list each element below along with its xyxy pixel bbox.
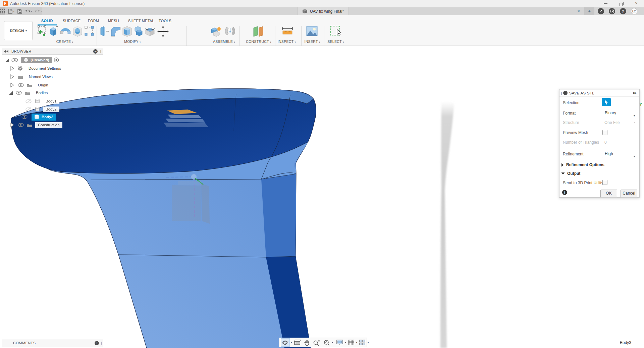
collapsed-caret-icon[interactable] — [10, 74, 14, 79]
close-document-button[interactable]: × — [575, 8, 582, 15]
dialog-header[interactable]: || − SAVE AS STL ▶▶ — [559, 89, 639, 97]
window-close-button[interactable]: × — [629, 0, 644, 7]
window-minimize-button[interactable] — [598, 0, 613, 7]
construct-group-button[interactable]: CONSTRUCT ▾ — [246, 40, 271, 44]
app-launcher-button[interactable] — [0, 7, 5, 15]
tab-solid[interactable]: SOLID — [41, 19, 53, 23]
activity-history-button[interactable] — [609, 8, 615, 14]
visibility-hidden-icon[interactable] — [25, 107, 32, 112]
panel-grip[interactable]: || — [100, 50, 101, 53]
orbit-button[interactable] — [281, 338, 290, 347]
undo-button[interactable]: ▾ — [25, 9, 32, 13]
minimize-panel-icon[interactable]: − — [93, 49, 98, 54]
new-document-tab-button[interactable]: + — [584, 7, 594, 15]
browser-header[interactable]: BROWSER − || — [2, 48, 103, 55]
insert-group-button[interactable]: INSERT ▾ — [305, 40, 320, 44]
create-sketch-button[interactable] — [37, 25, 48, 38]
insert-image-button[interactable] — [306, 25, 318, 38]
browser-row-named-views[interactable]: Named Views — [10, 73, 55, 80]
chevron-down-icon[interactable]: ▾ — [368, 341, 369, 344]
workspace-switcher-button[interactable]: DESIGN ▾ — [4, 21, 33, 40]
browser-row-document-settings[interactable]: Document Settings — [10, 65, 64, 72]
background-body-blurred[interactable] — [440, 101, 454, 348]
construct-plane-button[interactable] — [252, 25, 266, 38]
dock-dialog-icon[interactable]: ▶▶ — [633, 91, 638, 94]
tab-mesh[interactable]: MESH — [108, 19, 119, 23]
chevron-down-icon[interactable]: ▾ — [291, 341, 292, 344]
comments-panel[interactable]: COMMENTS + || — [2, 339, 103, 347]
display-settings-button[interactable] — [335, 338, 344, 347]
combine-button[interactable] — [133, 25, 144, 38]
format-dropdown[interactable]: Binary ▾ — [602, 109, 637, 117]
chevron-down-icon[interactable]: ▾ — [356, 341, 357, 344]
visibility-eye-icon[interactable] — [18, 83, 24, 87]
tab-surface[interactable]: SURFACE — [63, 19, 80, 23]
window-restore-button[interactable] — [613, 0, 629, 7]
press-pull-button[interactable] — [99, 25, 110, 38]
info-icon[interactable]: i — [562, 190, 567, 195]
visibility-eye-icon[interactable] — [21, 115, 28, 119]
ok-button[interactable]: OK — [600, 190, 617, 197]
move-copy-button[interactable] — [157, 25, 169, 38]
visibility-hidden-icon[interactable] — [25, 99, 32, 103]
collapsed-caret-icon[interactable] — [10, 123, 14, 127]
output-section[interactable]: Output — [561, 171, 580, 176]
chevron-down-icon[interactable]: ▾ — [332, 341, 333, 344]
selection-tool-button[interactable] — [602, 98, 611, 106]
cancel-button[interactable]: Cancel — [621, 190, 637, 197]
tab-sheet-metal[interactable]: SHEET METAL — [128, 19, 154, 23]
job-status-button[interactable] — [598, 8, 604, 14]
fillet-button[interactable] — [110, 25, 121, 38]
expanded-caret-icon[interactable] — [5, 58, 9, 62]
browser-row-body2[interactable]: Body2 — [25, 106, 59, 113]
look-at-button[interactable] — [293, 338, 302, 347]
hole-button[interactable] — [72, 25, 83, 38]
sketch-dimension-button[interactable] — [84, 25, 95, 38]
pan-button[interactable] — [303, 338, 311, 347]
measure-button[interactable] — [281, 25, 294, 38]
document-tab[interactable]: UAV fix wing Final* — [297, 7, 349, 15]
tab-tools[interactable]: TOOLS — [159, 19, 171, 23]
revolve-button[interactable] — [60, 25, 71, 38]
minimize-dialog-icon[interactable]: − — [563, 91, 568, 95]
zoom-button[interactable] — [312, 338, 321, 347]
visibility-eye-icon[interactable] — [16, 91, 22, 95]
modify-group-button[interactable]: MODIFY ▾ — [124, 40, 141, 44]
extrude-button[interactable] — [48, 25, 59, 38]
refinement-options-section[interactable]: Refinement Options — [561, 162, 604, 167]
browser-row-bodies[interactable]: Bodies — [9, 89, 50, 96]
collapsed-caret-icon[interactable] — [10, 66, 14, 71]
viewport-3d[interactable]: Z Y BACK — [0, 46, 644, 348]
assemble-group-button[interactable]: ASSEMBLE ▾ — [213, 40, 235, 44]
visibility-eye-icon[interactable] — [18, 123, 24, 127]
create-group-button[interactable]: CREATE ▾ — [56, 40, 73, 44]
browser-row-origin[interactable]: Origin — [10, 81, 51, 89]
inspect-group-button[interactable]: INSPECT ▾ — [278, 40, 296, 44]
user-avatar[interactable]: LC — [631, 8, 637, 14]
fit-button[interactable] — [322, 338, 331, 347]
tab-form[interactable]: FORM — [88, 19, 99, 23]
redo-button[interactable]: ▾ — [35, 9, 42, 13]
save-button[interactable] — [17, 9, 22, 14]
print-utility-checkbox[interactable] — [602, 180, 607, 185]
grid-display-button[interactable] — [347, 338, 355, 347]
chevron-down-icon[interactable]: ▾ — [345, 341, 346, 344]
visibility-eye-icon[interactable] — [11, 58, 18, 62]
activate-component-radio[interactable] — [54, 57, 59, 63]
browser-row-body3[interactable]: Body3 — [21, 113, 56, 121]
expanded-caret-icon[interactable] — [9, 91, 13, 95]
split-body-button[interactable] — [144, 25, 156, 38]
viewports-button[interactable] — [358, 338, 367, 347]
collapse-panel-icon[interactable] — [4, 50, 9, 53]
browser-row-root[interactable]: (Unsaved) — [5, 56, 59, 64]
refinement-dropdown[interactable]: High ▾ — [602, 150, 637, 158]
help-button[interactable]: ? — [620, 8, 626, 14]
preview-mesh-checkbox[interactable] — [602, 130, 607, 135]
new-component-button[interactable] — [210, 25, 223, 38]
panel-grip[interactable]: || — [101, 341, 102, 345]
select-group-button[interactable]: SELECT ▾ — [327, 40, 344, 44]
joint-button[interactable] — [224, 25, 236, 38]
browser-row-construction[interactable]: Construction — [10, 121, 62, 129]
collapsed-caret-icon[interactable] — [10, 83, 14, 87]
browser-row-body1[interactable]: Body1 — [25, 97, 59, 105]
